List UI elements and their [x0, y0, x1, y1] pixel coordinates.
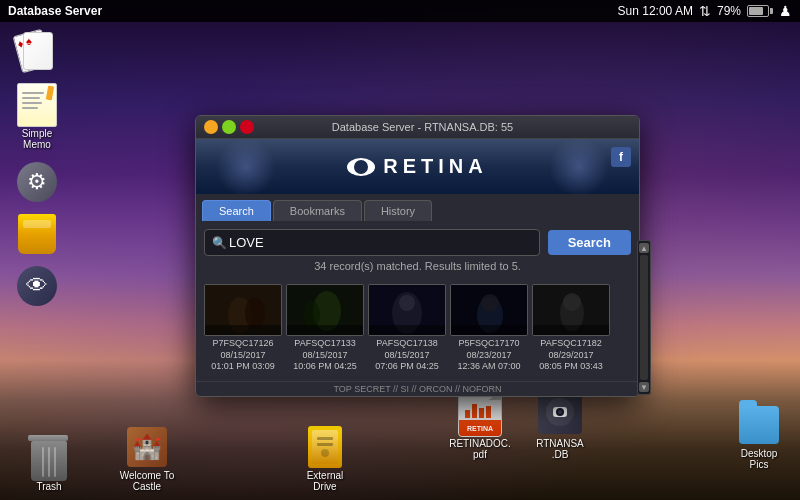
retina-header: RETINA f — [196, 139, 639, 194]
eye-icon: 👁 — [17, 266, 57, 306]
gear-icon: ⚙ — [17, 162, 57, 202]
clock: Sun 12:00 AM — [618, 4, 693, 18]
desktop-icon-memo[interactable]: Simple Memo — [8, 85, 66, 150]
svg-rect-3 — [205, 325, 282, 336]
desktop-icons-bottom: Trash 🏰 Welcome To Castle External Drive — [0, 427, 800, 492]
facebook-icon[interactable]: f — [611, 147, 631, 167]
svg-point-18 — [563, 293, 581, 311]
memo-icon-label: Simple Memo — [8, 128, 66, 150]
dialog-title: Database Server - RTNANSA.DB: 55 — [254, 121, 591, 133]
thumbnail-item-0[interactable]: P7FSQC17126 08/15/2017 01:01 PM 03:09 — [204, 284, 282, 373]
desktop-icons-left: ♦ ♠ Simple Memo — [8, 30, 66, 306]
thumbnail-item-3[interactable]: P5FSQC17170 08/23/2017 12:36 AM 07:00 — [450, 284, 528, 373]
dialog-controls — [204, 120, 254, 134]
tab-search[interactable]: Search — [202, 200, 271, 221]
tab-bookmarks[interactable]: Bookmarks — [273, 200, 362, 221]
desktop-icon-trash[interactable]: Trash — [20, 438, 78, 492]
search-field-icon: 🔍 — [212, 236, 227, 250]
desktop-icon-gear[interactable]: ⚙ — [8, 162, 66, 202]
thumbnail-label-4: PAFSQC17182 08/29/2017 08:05 PM 03:43 — [539, 338, 603, 373]
retina-logo-text: RETINA — [383, 155, 487, 178]
hdd-icon — [17, 214, 57, 254]
desktop-icon-hdd[interactable] — [8, 214, 66, 254]
desktop-icon-folder[interactable]: Desktop Pics — [730, 405, 788, 470]
retina-pupil-icon — [354, 160, 368, 174]
castle-label: Welcome To Castle — [120, 470, 175, 492]
search-area: 🔍 Search 34 record(s) matched. Results l… — [196, 221, 639, 280]
app-name: Database Server — [8, 4, 102, 18]
thumbnail-image-3 — [450, 284, 528, 336]
thumbnail-image-0 — [204, 284, 282, 336]
dialog-close-button[interactable] — [240, 120, 254, 134]
classification-banner: TOP SECRET // SI // ORCON // NOFORN — [196, 381, 639, 396]
castle-icon: 🏰 — [127, 427, 167, 467]
results-info: 34 record(s) matched. Results limited to… — [204, 256, 631, 274]
thumbnail-label-0: P7FSQC17126 08/15/2017 01:01 PM 03:09 — [211, 338, 275, 373]
dialog-window: Database Server - RTNANSA.DB: 55 RETINA … — [195, 115, 640, 397]
scrollbar-down[interactable]: ▼ — [639, 382, 649, 392]
battery-icon — [747, 4, 773, 18]
search-button[interactable]: Search — [548, 230, 631, 255]
ext-drive-label: External Drive — [296, 470, 354, 492]
svg-rect-15 — [451, 325, 528, 336]
menubar-left: Database Server — [8, 4, 102, 18]
svg-point-10 — [399, 295, 415, 311]
dialog-titlebar: Database Server - RTNANSA.DB: 55 — [196, 116, 639, 139]
thumbnail-image-2 — [368, 284, 446, 336]
menubar-right: Sun 12:00 AM ⇅ 79% ♟ — [618, 3, 792, 19]
castle-menu-icon: ♟ — [779, 3, 792, 19]
desktop-icon-cards[interactable]: ♦ ♠ — [8, 30, 66, 73]
thumbnail-image-1 — [286, 284, 364, 336]
thumbnail-item-4[interactable]: PAFSQC17182 08/29/2017 08:05 PM 03:43 — [532, 284, 610, 373]
thumbnail-image-4 — [532, 284, 610, 336]
svg-rect-11 — [369, 325, 446, 336]
scrollbar-up[interactable]: ▲ — [639, 243, 649, 253]
search-input[interactable] — [204, 229, 540, 256]
trash-label: Trash — [36, 481, 61, 492]
ext-drive-icon — [305, 427, 345, 467]
retina-eye-icon — [347, 158, 375, 176]
wifi-icon: ⇅ — [699, 3, 711, 19]
folder-icon — [739, 405, 779, 445]
svg-point-14 — [481, 294, 499, 312]
svg-point-2 — [245, 297, 265, 329]
search-input-wrap: 🔍 — [204, 229, 540, 256]
folder-label: Desktop Pics — [730, 448, 788, 470]
tabs-container: Search Bookmarks History — [196, 194, 639, 221]
svg-rect-7 — [287, 325, 364, 336]
dialog-maximize-button[interactable] — [222, 120, 236, 134]
desktop-icon-eye[interactable]: 👁 — [8, 266, 66, 306]
dialog-scrollbar[interactable]: ▲ ▼ — [637, 240, 651, 395]
desktop-icon-castle[interactable]: 🏰 Welcome To Castle — [118, 427, 176, 492]
thumbnail-item-1[interactable]: PAFSQC17133 08/15/2017 10:06 PM 04:25 — [286, 284, 364, 373]
memo-icon — [17, 85, 57, 125]
thumbnail-label-2: PAFSQC17138 08/15/2017 07:06 PM 04:25 — [375, 338, 439, 373]
classification-text: TOP SECRET // SI // ORCON // NOFORN — [333, 384, 501, 394]
desktop-icon-ext-drive[interactable]: External Drive — [296, 427, 354, 492]
thumbnail-label-1: PAFSQC17133 08/15/2017 10:06 PM 04:25 — [293, 338, 357, 373]
trash-icon — [29, 438, 69, 478]
thumbnails-grid: P7FSQC17126 08/15/2017 01:01 PM 03:09 PA… — [196, 280, 639, 381]
desktop: Database Server Sun 12:00 AM ⇅ 79% ♟ — [0, 0, 800, 500]
cards-icon: ♦ ♠ — [17, 30, 57, 70]
tab-history[interactable]: History — [364, 200, 432, 221]
search-row: 🔍 Search — [204, 229, 631, 256]
retina-logo: RETINA — [347, 155, 487, 178]
battery-percent: 79% — [717, 4, 741, 18]
thumbnail-label-3: P5FSQC17170 08/23/2017 12:36 AM 07:00 — [457, 338, 520, 373]
thumbnail-item-2[interactable]: PAFSQC17138 08/15/2017 07:06 PM 04:25 — [368, 284, 446, 373]
svg-point-6 — [304, 301, 320, 329]
dialog-minimize-button[interactable] — [204, 120, 218, 134]
menubar: Database Server Sun 12:00 AM ⇅ 79% ♟ — [0, 0, 800, 22]
svg-rect-19 — [533, 325, 610, 336]
